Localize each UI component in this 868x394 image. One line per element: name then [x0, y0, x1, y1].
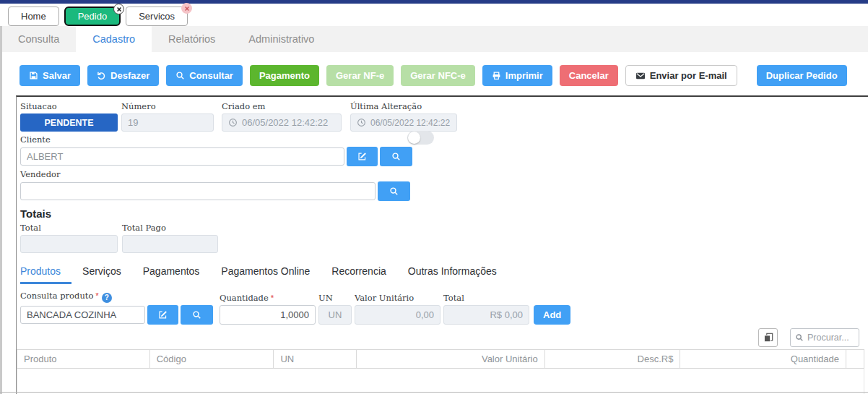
numero-field[interactable]: [121, 114, 214, 132]
valor-unitario-field[interactable]: [355, 305, 440, 325]
vendedor-field[interactable]: [20, 182, 376, 200]
close-icon[interactable]: [113, 4, 124, 14]
consultar-button[interactable]: Consultar: [166, 65, 243, 86]
ultima-alteracao-value: 06/05/2022 12:42:22: [370, 118, 450, 128]
numero-label: Número: [121, 101, 214, 111]
gerar-nfe-button[interactable]: Gerar NF-e: [326, 65, 394, 86]
toggle-knob: [408, 132, 420, 144]
nav-tab-administrativo[interactable]: Administrativo: [232, 26, 331, 52]
clock-icon: [357, 118, 366, 127]
criado-em-value: 06/05/2022 12:42:22: [242, 117, 328, 128]
quantidade-field[interactable]: [220, 305, 316, 325]
total-pago-field[interactable]: [122, 235, 218, 253]
order-form-panel: Situacao PENDENTE Número Criado em 06/05…: [16, 95, 868, 394]
cliente-label: Cliente: [20, 134, 868, 145]
cancelar-button[interactable]: Cancelar: [560, 65, 618, 86]
tab-produtos[interactable]: Produtos: [20, 261, 71, 284]
column-codigo[interactable]: Código: [150, 350, 274, 368]
clock-icon: [228, 118, 238, 127]
toggle-switch[interactable]: [407, 131, 434, 145]
totais-heading: Totais: [20, 207, 868, 220]
bottom-divider: [0, 392, 868, 393]
consulta-produto-label: Consulta produto*?: [20, 291, 214, 303]
criado-em-field[interactable]: 06/05/2022 12:42:22: [222, 114, 342, 132]
undo-arrow-icon: [97, 71, 106, 80]
window-tab-home[interactable]: Home: [8, 7, 59, 26]
tab-servicos[interactable]: Serviços: [71, 261, 132, 284]
detail-tab-bar: Produtos Serviços Pagamentos Pagamentos …: [20, 261, 868, 284]
grid-toolbar: [20, 328, 859, 347]
cliente-group: Cliente: [20, 134, 868, 166]
section-nav: Consulta Cadastro Relatórios Administrat…: [0, 26, 868, 52]
floppy-disk-icon: [29, 71, 38, 80]
copy-columns-button[interactable]: [758, 328, 778, 347]
ultima-alteracao-field[interactable]: 06/05/2022 12:42:22: [350, 114, 457, 132]
magnifier-icon: [192, 310, 201, 320]
button-label: Gerar NFC-e: [410, 70, 466, 81]
nav-tab-consulta[interactable]: Consulta: [1, 26, 76, 52]
status-badge[interactable]: PENDENTE: [20, 114, 118, 132]
column-valor-unitario[interactable]: Valor Unitário: [357, 350, 545, 368]
button-label: Imprimir: [505, 70, 543, 81]
pagamento-button[interactable]: Pagamento: [250, 65, 319, 86]
ultima-alteracao-label: Última Alteração: [350, 101, 457, 111]
envelope-icon: [635, 72, 646, 80]
cliente-field[interactable]: [20, 147, 344, 166]
vendedor-search-button[interactable]: [378, 181, 410, 201]
add-button[interactable]: Add: [534, 305, 570, 325]
column-un[interactable]: UN: [274, 350, 357, 368]
table-empty-body: [17, 369, 864, 394]
tab-label: Pedido: [78, 11, 107, 22]
printer-icon: [492, 71, 501, 80]
product-entry-row: Consulta produto*?: [20, 291, 868, 325]
help-icon[interactable]: ?: [102, 293, 112, 303]
grid-search[interactable]: [790, 328, 859, 347]
tab-recorrencia[interactable]: Recorrencia: [321, 261, 396, 284]
consulta-produto-field[interactable]: [20, 306, 145, 324]
tab-label: Servicos: [139, 11, 175, 22]
produto-edit-button[interactable]: [147, 305, 178, 325]
window-tab-servicos[interactable]: Servicos: [126, 7, 188, 26]
button-label: Duplicar Pedido: [766, 70, 838, 81]
pencil-square-icon: [357, 152, 367, 161]
total-unit-field[interactable]: [443, 305, 529, 325]
close-icon[interactable]: [181, 3, 192, 14]
desfazer-button[interactable]: Desfazer: [87, 65, 159, 86]
grid-search-input[interactable]: [807, 333, 854, 343]
salvar-button[interactable]: Salvar: [19, 65, 80, 86]
button-label: Enviar por E-mail: [650, 70, 727, 81]
un-field[interactable]: [318, 305, 352, 325]
required-mark: *: [95, 291, 98, 300]
situacao-label: Situacao: [20, 101, 118, 111]
column-actions: [846, 350, 864, 368]
total-field[interactable]: [20, 235, 118, 253]
button-label: Gerar NF-e: [336, 70, 384, 81]
tab-pagamentos[interactable]: Pagamentos: [132, 261, 211, 284]
duplicar-pedido-button[interactable]: Duplicar Pedido: [757, 65, 847, 86]
gerar-nfce-button[interactable]: Gerar NFC-e: [401, 65, 475, 86]
button-label: Consultar: [189, 70, 233, 81]
button-label: Pagamento: [259, 70, 310, 81]
nav-tab-relatorios[interactable]: Relatórios: [152, 26, 232, 52]
totais-row: Total Total Pago: [20, 223, 868, 253]
window-tab-pedido[interactable]: Pedido: [64, 7, 121, 26]
valor-unitario-label: Valor Unitário: [355, 293, 440, 303]
cliente-edit-button[interactable]: [347, 147, 378, 166]
pencil-square-icon: [158, 310, 168, 320]
label-text: Consulta produto: [20, 291, 93, 301]
nav-tab-cadastro[interactable]: Cadastro: [76, 26, 152, 52]
enviar-email-button[interactable]: Enviar por E-mail: [625, 65, 737, 86]
imprimir-button[interactable]: Imprimir: [482, 65, 552, 86]
left-scroll-strip[interactable]: [0, 26, 2, 394]
order-meta-row: Situacao PENDENTE Número Criado em 06/05…: [20, 101, 868, 132]
criado-em-label: Criado em: [222, 101, 342, 111]
total-pago-label: Total Pago: [122, 223, 218, 233]
produto-search-button[interactable]: [181, 305, 213, 325]
tab-pagamentos-online[interactable]: Pagamentos Online: [210, 261, 321, 284]
tab-outras-informacoes[interactable]: Outras Informações: [397, 261, 508, 284]
column-quantidade[interactable]: Quantidade: [680, 350, 846, 368]
magnifier-icon: [795, 333, 804, 342]
column-desc-rs[interactable]: Desc.R$: [545, 350, 681, 368]
cliente-search-button[interactable]: [380, 147, 412, 166]
column-produto[interactable]: Produto: [17, 350, 150, 368]
